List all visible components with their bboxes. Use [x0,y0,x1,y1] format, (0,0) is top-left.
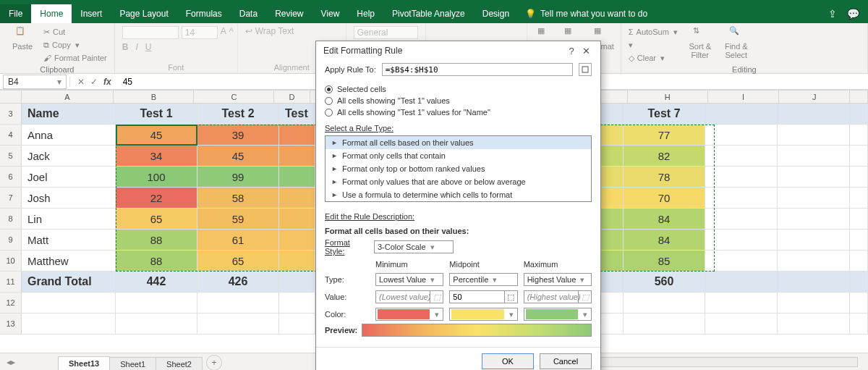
row-header[interactable]: 5 [0,146,22,166]
pivot-value-cell[interactable]: 84 [624,230,705,250]
pivot-total-cell[interactable]: 560 [624,272,705,292]
value-mid-input[interactable]: 50⬚ [449,290,517,303]
pivot-name-cell[interactable]: Joel [22,167,116,187]
cell[interactable] [116,293,197,313]
cell[interactable] [850,146,868,166]
pivot-value-cell[interactable] [279,167,315,187]
cell[interactable] [705,251,778,271]
sheet-nav-left[interactable]: ◂▸ [0,357,22,367]
pivot-value-cell[interactable]: 58 [197,188,279,208]
cell[interactable] [850,314,868,334]
cell[interactable] [279,293,315,313]
cell[interactable] [778,188,850,208]
ok-button[interactable]: OK [482,353,534,369]
pivot-value-cell[interactable]: 77 [624,125,705,145]
row-header[interactable]: 12 [0,293,22,313]
cell[interactable] [279,314,315,334]
cell[interactable] [197,293,279,313]
pivot-value-cell[interactable]: 85 [624,251,705,271]
cut-button[interactable]: ✂Cut [43,26,107,38]
cell[interactable] [850,230,868,250]
cell[interactable] [778,125,850,145]
pivot-value-cell[interactable]: 82 [624,146,705,166]
pivot-value-cell[interactable]: 34 [116,146,197,166]
tab-pivottable-analyze[interactable]: PivotTable Analyze [383,4,474,23]
shrink-font-icon[interactable]: A [229,26,234,39]
pivot-header-name[interactable]: Name [22,104,116,124]
format-style-combo[interactable]: 3-Color Scale▾ [374,240,454,253]
pivot-value-cell[interactable]: 45 [197,146,279,166]
col-header-j[interactable]: J [779,91,850,103]
enter-formula-icon[interactable]: ✓ [90,77,98,87]
pivot-value-cell[interactable] [279,251,315,271]
cell[interactable] [705,209,778,229]
autosum-button[interactable]: ΣAutoSum▾ [629,26,679,38]
cell[interactable] [705,188,778,208]
tab-home[interactable]: Home [31,4,72,23]
pivot-name-cell[interactable]: Anna [22,125,116,145]
col-header-end[interactable] [850,91,868,103]
row-header[interactable]: 4 [0,125,22,145]
type-mid-combo[interactable]: Percentile▾ [449,273,517,286]
row-header[interactable]: 7 [0,188,22,208]
wrap-text-button[interactable]: ↩Wrap Text [245,26,294,36]
pivot-header-test1[interactable]: Test 1 [116,104,197,124]
comments-icon[interactable]: 💬 [847,8,859,20]
row-header[interactable]: 11 [0,272,22,292]
radio-all-test1[interactable]: All cells showing "Test 1" values [325,95,592,106]
pivot-value-cell[interactable]: 88 [116,230,197,250]
pivot-value-cell[interactable]: 45 [116,125,197,145]
cell[interactable] [778,293,850,313]
share-icon[interactable]: ⇪ [828,8,837,20]
cell[interactable] [116,314,197,334]
color-max-combo[interactable]: ▾ [524,308,592,321]
row-header[interactable]: 3 [0,104,22,124]
pivot-header-test2[interactable]: Test 2 [197,104,279,124]
col-header-d[interactable]: D [274,91,310,103]
underline-button[interactable]: U [145,42,152,52]
rule-type-contain[interactable]: ►Format only cells that contain [326,149,591,162]
cell[interactable] [705,272,778,292]
sheet-tab-1[interactable]: Sheet1 [109,357,156,371]
pivot-total-name[interactable]: Grand Total [22,272,116,292]
row-header[interactable]: 6 [0,167,22,187]
radio-selected-cells[interactable]: Selected cells [325,83,592,95]
rule-type-list[interactable]: ►Format all cells based on their values … [325,135,592,202]
type-max-combo[interactable]: Highest Value▾ [524,273,592,286]
cell[interactable] [705,314,778,334]
pivot-value-cell[interactable] [279,188,315,208]
radio-all-test1-name[interactable]: All cells showing "Test 1" values for "N… [325,106,592,118]
tab-page-layout[interactable]: Page Layout [111,4,176,23]
pivot-value-cell[interactable]: 84 [624,209,705,229]
sheet-tab-2[interactable]: Sheet2 [156,357,203,371]
cell[interactable] [778,104,850,124]
tab-insert[interactable]: Insert [72,4,111,23]
color-mid-combo[interactable]: ▾ [449,308,517,321]
cell[interactable] [705,230,778,250]
tab-design[interactable]: Design [474,4,518,23]
col-header-a[interactable]: A [22,91,114,103]
cell[interactable] [778,251,850,271]
pivot-value-cell[interactable]: 65 [197,251,279,271]
pivot-value-cell[interactable]: 61 [197,230,279,250]
color-min-combo[interactable]: ▾ [375,308,443,321]
cell[interactable] [705,146,778,166]
help-button[interactable]: ? [564,46,579,56]
cell[interactable] [705,167,778,187]
pivot-value-cell[interactable]: 99 [197,167,279,187]
copy-button[interactable]: ⧉Copy▾ [43,39,107,51]
pivot-name-cell[interactable]: Jack [22,146,116,166]
cell[interactable] [778,272,850,292]
cell[interactable] [705,125,778,145]
pivot-value-cell[interactable] [279,230,315,250]
cell[interactable] [850,293,868,313]
col-header-b[interactable]: B [114,91,194,103]
rule-type-all-values[interactable]: ►Format all cells based on their values [326,136,591,149]
pivot-value-cell[interactable] [279,146,315,166]
number-format[interactable]: General [354,26,418,39]
tab-help[interactable]: Help [348,4,383,23]
cell[interactable] [778,230,850,250]
rule-type-formula[interactable]: ►Use a formula to determine which cells … [326,188,591,201]
pivot-total-cell[interactable]: 426 [197,272,279,292]
cell[interactable] [850,167,868,187]
